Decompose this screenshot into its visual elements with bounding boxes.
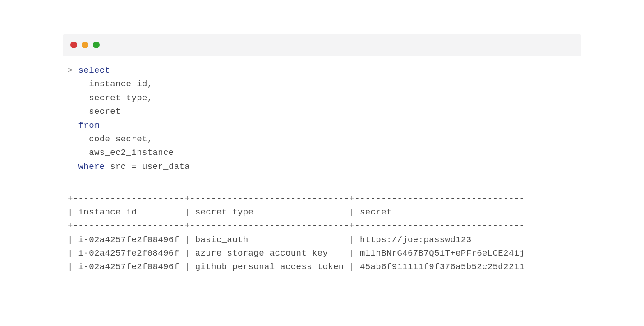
keyword-where: where [78,162,105,172]
where-expression: src = user_data [110,162,190,172]
table-border-mid: +---------------------+-----------------… [68,221,524,231]
table-border-top: +---------------------+-----------------… [68,194,524,204]
window-titlebar [63,34,581,56]
table-row: | i-02a4257fe2f08496f | basic_auth | htt… [68,235,471,245]
from-table-aws-ec2-instance: aws_ec2_instance [89,148,174,158]
result-table: +---------------------+-----------------… [63,173,581,274]
select-col-secret-type: secret_type, [89,93,152,103]
maximize-icon[interactable] [93,42,100,48]
terminal-window: > select instance_id, secret_type, secre… [0,0,644,301]
traffic-lights [70,42,100,48]
close-icon[interactable] [70,42,77,48]
sql-query-block: > select instance_id, secret_type, secre… [63,56,581,173]
select-col-instance-id: instance_id, [89,79,152,89]
table-row: | i-02a4257fe2f08496f | github_personal_… [68,262,524,272]
prompt-symbol: > [68,65,73,75]
keyword-select: select [78,65,110,75]
minimize-icon[interactable] [82,42,88,48]
table-header-row: | instance_id | secret_type | secret [68,207,392,217]
table-row: | i-02a4257fe2f08496f | azure_storage_ac… [68,248,524,258]
select-col-secret: secret [89,107,121,116]
keyword-from: from [78,121,100,130]
from-table-code-secret: code_secret, [89,134,152,144]
